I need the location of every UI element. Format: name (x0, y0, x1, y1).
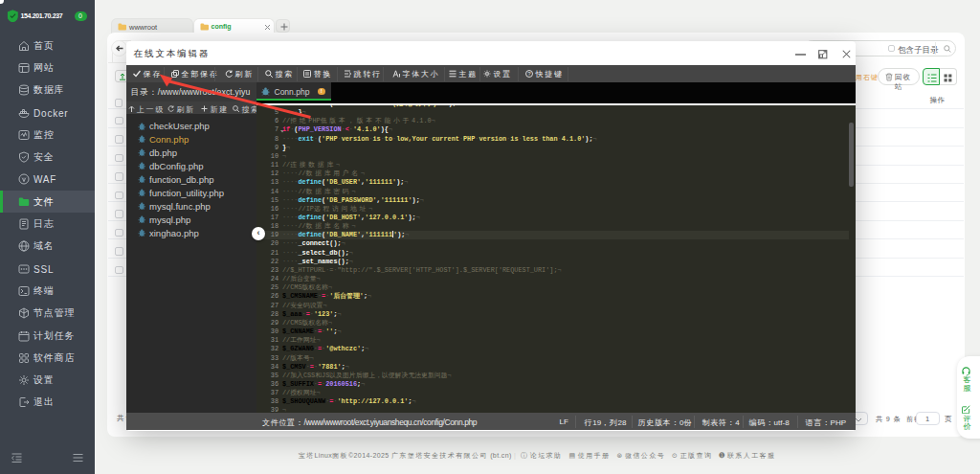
svg-text:?: ? (527, 70, 530, 76)
